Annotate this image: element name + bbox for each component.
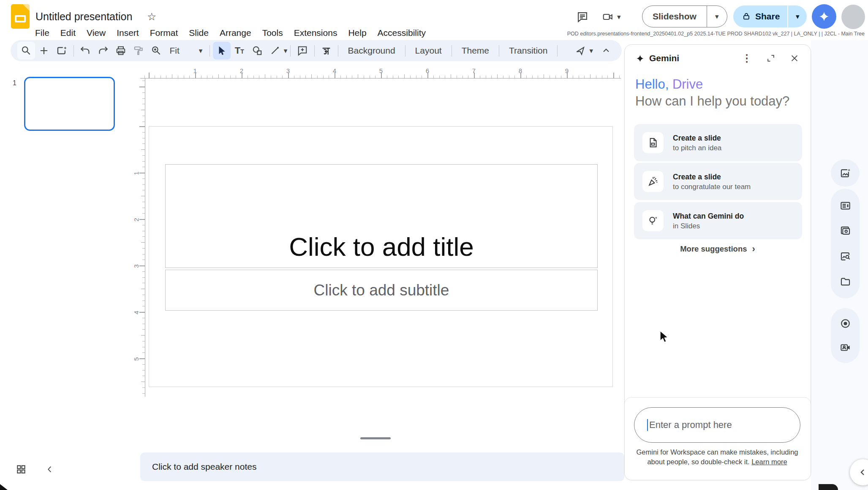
menu-item-edit[interactable]: Edit — [55, 27, 81, 39]
menu-item-accessibility[interactable]: Accessibility — [372, 27, 431, 39]
title-placeholder-text: Click to add title — [289, 232, 474, 262]
pen-pointer-icon[interactable] — [571, 42, 589, 60]
collapse-filmstrip-icon[interactable] — [41, 460, 59, 479]
text-box-icon[interactable]: TT — [231, 42, 248, 60]
expand-panel-icon[interactable] — [762, 50, 779, 67]
gemini-button[interactable] — [812, 4, 836, 29]
chevron-down-icon: ▾ — [715, 13, 719, 20]
notes-resize-handle[interactable] — [360, 437, 391, 439]
slideshow-button-main[interactable]: Slideshow — [642, 6, 707, 27]
photos-stack-icon[interactable] — [837, 222, 854, 239]
menu-item-help[interactable]: Help — [343, 27, 372, 39]
image-sparkle-icon[interactable] — [837, 165, 854, 181]
account-avatar[interactable] — [841, 5, 865, 29]
chevron-down-icon: ▾ — [617, 14, 621, 21]
search-menus-icon[interactable] — [17, 42, 35, 60]
undo-icon[interactable] — [76, 42, 94, 60]
v-ruler-number: 2 — [133, 218, 140, 221]
suggestion-title: Create a slide — [673, 172, 751, 182]
toolbar: Fit ▾ TT ▾ BackgroundLayoutThemeTransiti… — [11, 40, 622, 61]
share-label: Share — [755, 11, 780, 22]
line-tool-icon[interactable] — [266, 42, 284, 60]
slide-canvas[interactable]: Click to add title Click to add subtitle — [149, 126, 613, 387]
menu-item-file[interactable]: File — [30, 27, 55, 39]
title-placeholder-box[interactable]: Click to add title — [165, 164, 598, 268]
toolbar-button-transition[interactable]: Transition — [502, 42, 554, 59]
toolbar-button-theme[interactable]: Theme — [455, 42, 496, 59]
add-icon[interactable] — [35, 42, 53, 60]
line-tool-chevron-icon[interactable]: ▾ — [284, 47, 288, 54]
add-comment-icon[interactable] — [294, 42, 311, 60]
party-popper-icon — [642, 171, 664, 192]
top-bar: Untitled presentation ☆ FileEditViewInse… — [0, 0, 868, 40]
menu-item-arrange[interactable]: Arrange — [214, 27, 257, 39]
camera-person-icon[interactable] — [837, 339, 854, 356]
print-icon[interactable] — [112, 42, 130, 60]
hide-menus-icon[interactable] — [597, 42, 615, 60]
shape-tool-icon[interactable] — [248, 42, 266, 60]
share-button-main[interactable]: Share — [733, 5, 787, 27]
menu-item-format[interactable]: Format — [144, 27, 184, 39]
lock-icon — [742, 11, 751, 22]
h-ruler-number: 7 — [472, 67, 476, 74]
article-icon[interactable] — [837, 197, 854, 214]
learn-more-link[interactable]: Learn more — [751, 458, 787, 466]
h-ruler-number: 1 — [193, 67, 197, 74]
slideshow-dropdown[interactable]: ▾ — [707, 6, 727, 27]
record-icon[interactable] — [837, 315, 854, 332]
toolbar-text-buttons: BackgroundLayoutThemeTransition — [341, 42, 561, 59]
prompt-input[interactable]: Enter a prompt here — [634, 407, 800, 443]
h-ruler-number: 2 — [240, 67, 243, 74]
star-icon[interactable]: ☆ — [147, 11, 156, 23]
toolbar-button-background[interactable]: Background — [341, 42, 402, 59]
suggestion-subtitle: to congratulate our team — [673, 182, 751, 192]
share-dropdown[interactable]: ▾ — [787, 5, 807, 27]
side-panel-rail — [811, 40, 868, 490]
pointer-chevron-icon[interactable]: ▾ — [589, 47, 593, 54]
close-panel-icon[interactable] — [786, 50, 803, 67]
subtitle-placeholder-box[interactable]: Click to add subtitle — [165, 270, 598, 311]
toolbar-button-layout[interactable]: Layout — [408, 42, 449, 59]
menu-item-view[interactable]: View — [81, 27, 111, 39]
comment-history-icon[interactable] — [573, 7, 592, 27]
zoom-select[interactable]: Fit ▾ — [165, 46, 207, 56]
v-ruler-number: 1 — [133, 171, 140, 175]
mouse-pointer — [660, 330, 671, 343]
document-title[interactable]: Untitled presentation — [35, 10, 132, 23]
select-tool-icon[interactable] — [213, 42, 231, 60]
slide-thumbnail[interactable] — [24, 77, 115, 131]
suggestion-card-what-can-gemini-do[interactable]: What can Gemini do in Slides — [634, 202, 802, 239]
image-search-icon[interactable] — [837, 248, 854, 265]
zoom-in-icon[interactable] — [147, 42, 165, 60]
suggestion-card-pitch[interactable]: Create a slide to pitch an idea — [634, 124, 802, 161]
build-debug-text: POD editors.presentations-frontend_20250… — [567, 31, 865, 37]
menu-item-extensions[interactable]: Extensions — [288, 27, 343, 39]
menu-item-tools[interactable]: Tools — [257, 27, 288, 39]
redo-icon[interactable] — [94, 42, 112, 60]
menu-item-slide[interactable]: Slide — [183, 27, 214, 39]
greeting-question: How can I help you today? — [635, 93, 789, 110]
speaker-notes-box[interactable]: Click to add speaker notes — [140, 452, 624, 481]
slideshow-button: Slideshow ▾ — [642, 5, 727, 27]
suggestion-title: Create a slide — [673, 133, 721, 143]
input-tools-icon[interactable] — [317, 42, 335, 60]
share-button: Share ▾ — [733, 5, 807, 27]
rail-group-bottom — [831, 308, 860, 363]
rail-group-middle — [831, 189, 860, 298]
menu-bar: FileEditViewInsertFormatSlideArrangeTool… — [30, 25, 431, 41]
gemini-greeting: Hello, Drive How can I help you today? — [635, 76, 789, 110]
meet-present-button[interactable]: ▾ — [601, 7, 629, 27]
chevron-down-icon: ▾ — [199, 47, 203, 54]
h-ruler-number: 4 — [333, 67, 336, 74]
more-options-icon[interactable]: ⋮ — [738, 50, 755, 67]
paint-format-icon[interactable] — [130, 42, 147, 60]
vertical-ruler: 12345 — [134, 79, 145, 397]
lightbulb-spark-icon — [642, 210, 664, 231]
grid-view-icon[interactable] — [12, 460, 30, 479]
folder-icon[interactable] — [837, 273, 854, 290]
new-slide-templates-icon[interactable] — [53, 42, 71, 60]
more-suggestions-button[interactable]: More suggestions › — [625, 242, 811, 256]
menu-item-insert[interactable]: Insert — [111, 27, 144, 39]
suggestion-subtitle: to pitch an idea — [673, 143, 721, 153]
suggestion-card-congratulate[interactable]: Create a slide to congratulate our team — [634, 163, 802, 200]
